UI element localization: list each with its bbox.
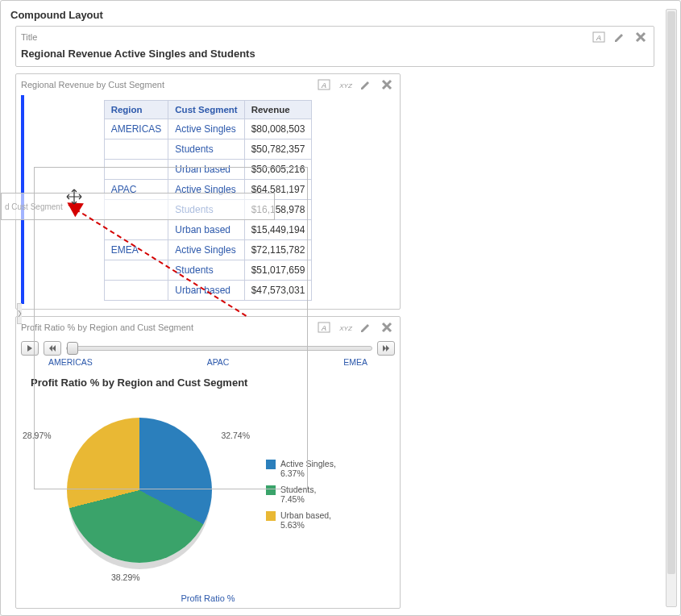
legend-swatch bbox=[266, 511, 276, 521]
svg-text:XYZ: XYZ bbox=[338, 325, 353, 332]
cell-revenue: $50,605,216 bbox=[244, 160, 312, 180]
slider-knob[interactable] bbox=[67, 342, 78, 355]
cell-segment[interactable]: Students bbox=[168, 260, 244, 281]
col-revenue[interactable]: Revenue bbox=[244, 101, 312, 119]
table-row: Students$51,017,659 bbox=[104, 260, 312, 281]
drag-ghost-panel: d Cust Segment bbox=[1, 193, 275, 220]
xyz-icon[interactable]: XYZ bbox=[337, 77, 353, 92]
table-row: Students$50,782,357 bbox=[104, 139, 312, 160]
chart-legend: Active Singles,6.37%Students,7.45%Urban … bbox=[266, 452, 336, 536]
close-icon[interactable] bbox=[379, 77, 395, 92]
cell-segment[interactable]: Active Singles bbox=[168, 240, 244, 260]
svg-text:XYZ: XYZ bbox=[338, 82, 353, 89]
table-row: Urban based$15,449,194 bbox=[104, 220, 312, 240]
table-row: Urban based$50,605,216 bbox=[104, 160, 312, 180]
edit-icon[interactable] bbox=[358, 77, 374, 92]
cell-segment[interactable]: Urban based bbox=[168, 160, 244, 180]
format-icon[interactable]: A bbox=[316, 77, 332, 92]
vertical-scrollbar[interactable] bbox=[666, 9, 677, 607]
table-row: AMERICASActive Singles$80,008,503 bbox=[104, 119, 312, 139]
table-row: EMEAActive Singles$72,115,782 bbox=[104, 240, 312, 260]
cell-revenue: $51,017,659 bbox=[244, 260, 312, 281]
slider-label[interactable]: APAC bbox=[207, 357, 230, 367]
chart-title: Profit Ratio % by Region and Cust Segmen… bbox=[16, 372, 400, 397]
col-segment[interactable]: Cust Segment bbox=[168, 101, 244, 119]
chart-panel-label: Profit Ratio % by Region and Cust Segmen… bbox=[21, 323, 316, 332]
move-cursor-icon bbox=[65, 188, 83, 206]
svg-text:A: A bbox=[321, 81, 326, 89]
cell-segment[interactable]: Students bbox=[168, 139, 244, 160]
cell-segment[interactable]: Urban based bbox=[168, 220, 244, 240]
slice-label: 28.97% bbox=[23, 431, 52, 440]
legend-swatch bbox=[266, 485, 276, 495]
cell-region bbox=[104, 220, 168, 240]
cell-region bbox=[104, 281, 168, 301]
cell-revenue: $72,115,782 bbox=[244, 240, 312, 260]
legend-text: Active Singles,6.37% bbox=[280, 459, 336, 478]
page-title: Compound Layout bbox=[10, 9, 662, 21]
ghost-label: d Cust Segment bbox=[5, 202, 63, 211]
cell-revenue: $50,782,357 bbox=[244, 139, 312, 160]
cell-revenue: $80,008,503 bbox=[244, 119, 312, 139]
cell-segment[interactable]: Active Singles bbox=[168, 119, 244, 139]
slider-label[interactable]: AMERICAS bbox=[48, 357, 93, 367]
slice-label: 32.74% bbox=[221, 431, 250, 440]
cell-revenue: $15,449,194 bbox=[244, 220, 312, 240]
expand-handle[interactable] bbox=[17, 303, 22, 324]
compound-layout-pane: Compound Layout Title A Regional Revenue… bbox=[0, 0, 681, 616]
rewind-button[interactable] bbox=[44, 341, 61, 356]
chart-view-panel: Profit Ratio % by Region and Cust Segmen… bbox=[15, 316, 401, 609]
title-panel-label: Title bbox=[21, 32, 591, 42]
title-panel-header: Title A bbox=[16, 27, 654, 48]
legend-item: Urban based,5.63% bbox=[266, 510, 336, 530]
play-button[interactable] bbox=[21, 341, 39, 356]
table-header-row: Region Cust Segment Revenue bbox=[104, 101, 312, 119]
cell-region bbox=[104, 139, 168, 160]
slider-labels: AMERICAS APAC EMEA bbox=[16, 356, 400, 372]
axis-label: Profit Ratio % bbox=[16, 593, 400, 608]
forward-button[interactable] bbox=[377, 341, 395, 356]
cell-region bbox=[104, 260, 168, 281]
edit-icon[interactable] bbox=[358, 320, 374, 335]
legend-item: Students,7.45% bbox=[266, 485, 336, 504]
cell-region[interactable]: AMERICAS bbox=[104, 119, 168, 139]
svg-text:A: A bbox=[321, 324, 326, 332]
cell-region[interactable]: EMEA bbox=[104, 240, 168, 260]
slider-track[interactable] bbox=[66, 346, 372, 351]
svg-text:A: A bbox=[596, 34, 601, 42]
table-panel-header: Regional Revenue by Cust Segment A XYZ bbox=[16, 74, 400, 95]
table-panel-label: Regional Revenue by Cust Segment bbox=[21, 80, 316, 89]
legend-swatch bbox=[266, 460, 276, 469]
cell-region bbox=[104, 160, 168, 180]
scrollbar-thumb[interactable] bbox=[667, 11, 675, 574]
legend-text: Students,7.45% bbox=[280, 485, 316, 504]
legend-text: Urban based,5.63% bbox=[280, 510, 331, 530]
format-icon[interactable]: A bbox=[316, 320, 332, 335]
cell-revenue: $47,573,031 bbox=[244, 281, 312, 301]
format-icon[interactable]: A bbox=[591, 30, 607, 44]
pie-slices bbox=[67, 418, 212, 563]
report-title-text: Regional Revenue Active Singles and Stud… bbox=[16, 48, 654, 66]
slider-label[interactable]: EMEA bbox=[343, 357, 367, 367]
slice-label: 38.29% bbox=[111, 572, 140, 582]
title-panel: Title A Regional Revenue Active Singles … bbox=[15, 26, 654, 67]
xyz-icon[interactable]: XYZ bbox=[337, 320, 353, 335]
chart-panel-header: Profit Ratio % by Region and Cust Segmen… bbox=[16, 317, 400, 338]
section-slider bbox=[16, 338, 400, 356]
close-icon[interactable] bbox=[633, 30, 649, 44]
close-icon[interactable] bbox=[379, 320, 395, 335]
legend-item: Active Singles,6.37% bbox=[266, 459, 336, 478]
chart-body: 32.74% 38.29% 28.97% Active Singles,6.37… bbox=[16, 397, 400, 593]
edit-icon[interactable] bbox=[612, 30, 628, 44]
col-region[interactable]: Region bbox=[104, 101, 168, 119]
pie-chart: 32.74% 38.29% 28.97% bbox=[23, 402, 256, 587]
